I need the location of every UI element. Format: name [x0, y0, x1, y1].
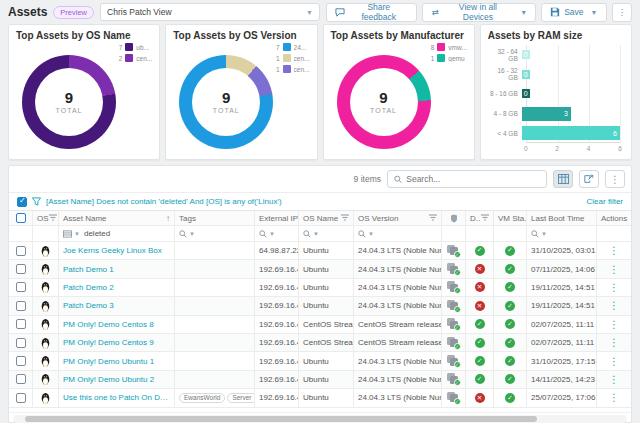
row-actions-menu[interactable]: ⋮: [609, 356, 619, 367]
donut-center-total: 9TOTAL: [337, 55, 431, 149]
bar[interactable]: 3: [522, 107, 571, 121]
table-row[interactable]: Joe Kerns Geeky Linux Box 64.98.87.22 Ub…: [9, 242, 631, 260]
search-input[interactable]: [406, 174, 540, 184]
col-agent-shield[interactable]: [442, 211, 466, 226]
bar[interactable]: 0: [522, 50, 530, 59]
scrollbar-thumb[interactable]: [25, 416, 537, 422]
save-button[interactable]: Save ▼: [541, 3, 606, 22]
col-external-ip[interactable]: External IP: [255, 211, 299, 226]
row-actions-menu[interactable]: ⋮: [609, 337, 619, 348]
legend-item[interactable]: 1cen...: [272, 65, 310, 73]
asset-name-link[interactable]: Patch Demo 2: [63, 283, 114, 292]
external-ip-cell: 64.98.87.22: [255, 242, 299, 260]
save-floppy-icon: [550, 7, 560, 17]
asset-name-link[interactable]: Patch Demo 3: [63, 301, 114, 310]
row-checkbox[interactable]: [16, 374, 26, 384]
asset-name-link[interactable]: PM Only! Demo Centos 8: [63, 320, 154, 329]
header-more-menu-button[interactable]: ⋮: [612, 3, 633, 22]
last-boot-cell: 31/10/2025, 17:15: [527, 352, 597, 370]
clear-filter-link[interactable]: Clear filter: [587, 197, 623, 206]
last-boot-cell: 02/07/2025, 11:11: [527, 334, 597, 352]
legend-item[interactable]: 2cen...: [114, 54, 152, 62]
bar[interactable]: 0: [522, 70, 530, 79]
asset-name-link[interactable]: Use this one to Patch On Demand: [63, 393, 170, 402]
col-tags[interactable]: Tags: [175, 211, 255, 226]
horizontal-scrollbar[interactable]: [13, 415, 627, 423]
row-actions-menu[interactable]: ⋮: [609, 282, 619, 293]
column-filter-icon[interactable]: [429, 214, 437, 223]
table-row[interactable]: Patch Demo 2 192.69.16.4 Ubuntu 24.04.3 …: [9, 279, 631, 297]
tags-cell: EwansWorldServer: [175, 389, 255, 407]
status-ok-icon: ✓: [505, 356, 515, 366]
asset-name-link[interactable]: Patch Demo 1: [63, 265, 114, 274]
col-asset-name[interactable]: Asset Name: [63, 214, 107, 223]
row-actions-menu[interactable]: ⋮: [609, 392, 619, 403]
row-checkbox[interactable]: [16, 356, 26, 366]
column-filter-icon[interactable]: [49, 214, 57, 223]
legend-item[interactable]: 1cen...: [272, 54, 310, 62]
row-checkbox[interactable]: [16, 264, 26, 274]
view-selector-dropdown[interactable]: Chris Patch View ▼: [100, 3, 320, 21]
row-checkbox[interactable]: [16, 301, 26, 311]
export-button[interactable]: [579, 170, 599, 188]
col-os-name[interactable]: OS Name: [303, 214, 338, 223]
col-vm-status[interactable]: VM Sta..: [494, 211, 527, 226]
row-checkbox[interactable]: [16, 338, 26, 348]
share-feedback-button[interactable]: Share feedback: [326, 3, 418, 22]
legend-item[interactable]: 724...: [272, 43, 310, 51]
col-d-status[interactable]: D..: [470, 214, 480, 223]
filter-funnel-icon: [32, 197, 41, 206]
row-checkbox[interactable]: [16, 246, 26, 256]
table-more-menu-button[interactable]: ⋮: [605, 170, 625, 188]
os-name-cell: CentOS Stream: [299, 316, 354, 334]
sort-ascending-icon[interactable]: ↑: [166, 214, 170, 223]
os-name-filter-cell[interactable]: ▼: [299, 226, 354, 242]
search-box[interactable]: [387, 170, 547, 188]
col-last-boot[interactable]: Last Boot Time: [527, 211, 597, 226]
row-checkbox[interactable]: [16, 393, 26, 403]
asset-name-link[interactable]: PM Only! Demo Ubuntu 2: [63, 375, 154, 384]
col-os[interactable]: OS: [37, 214, 49, 223]
legend-item[interactable]: 1qemu: [426, 54, 466, 62]
view-in-all-devices-button[interactable]: ⇄ View in all Devices ▼: [422, 3, 536, 22]
legend-item[interactable]: 8vmw...: [426, 43, 466, 51]
asset-name-link[interactable]: Joe Kerns Geeky Linux Box: [63, 246, 162, 255]
col-os-version[interactable]: OS Version: [358, 214, 398, 223]
filter-expression[interactable]: [Asset Name] Does not contain 'deleted' …: [46, 197, 282, 206]
tags-filter-cell[interactable]: ▼: [175, 226, 255, 242]
bar[interactable]: 6: [522, 126, 620, 140]
last-boot-cell: 31/10/2025, 03:01: [527, 242, 597, 260]
column-filter-icon[interactable]: [481, 214, 489, 223]
table-row[interactable]: Patch Demo 3 192.69.16.4 Ubuntu 24.04.3 …: [9, 297, 631, 315]
row-actions-menu[interactable]: ⋮: [609, 264, 619, 275]
row-actions-menu[interactable]: ⋮: [609, 300, 619, 311]
column-chooser-icon: [558, 174, 569, 184]
asset-name-link[interactable]: PM Only! Demo Ubuntu 1: [63, 357, 154, 366]
table-row[interactable]: PM Only! Demo Ubuntu 1 192.69.16.4 Ubunt…: [9, 352, 631, 370]
status-error-icon: ✕: [475, 282, 485, 292]
asset-name-filter-cell[interactable]: ▼ deleted: [59, 226, 175, 242]
column-chooser-button[interactable]: [553, 170, 573, 188]
table-row[interactable]: Use this one to Patch On Demand EwansWor…: [9, 389, 631, 407]
table-row[interactable]: PM Only! Demo Centos 9 192.69.16.4 CentO…: [9, 334, 631, 352]
table-row[interactable]: PM Only! Demo Centos 8 192.69.16.4 CentO…: [9, 316, 631, 334]
external-ip-filter-cell[interactable]: ▼: [255, 226, 299, 242]
filter-enabled-checkbox[interactable]: [17, 197, 27, 207]
row-checkbox[interactable]: [16, 282, 26, 292]
table-row[interactable]: Patch Demo 1 192.69.16.4 Ubuntu 24.04.3 …: [9, 260, 631, 278]
os-version-cell: 24.04.3 LTS (Noble Numbat): [354, 279, 442, 297]
select-all-checkbox[interactable]: [16, 213, 26, 223]
asset-name-filter-value[interactable]: deleted: [84, 229, 110, 238]
agent-status-icon: ✓: [447, 373, 460, 385]
bar[interactable]: 0: [522, 89, 530, 98]
legend-item[interactable]: 7ub...: [114, 43, 152, 51]
row-checkbox[interactable]: [16, 319, 26, 329]
asset-name-link[interactable]: PM Only! Demo Centos 9: [63, 338, 154, 347]
last-boot-filter-cell[interactable]: ▼: [527, 226, 597, 242]
column-filter-icon[interactable]: [341, 214, 349, 223]
row-actions-menu[interactable]: ⋮: [609, 245, 619, 256]
row-actions-menu[interactable]: ⋮: [609, 319, 619, 330]
row-actions-menu[interactable]: ⋮: [609, 374, 619, 385]
table-row[interactable]: PM Only! Demo Ubuntu 2 192.69.16.4 Ubunt…: [9, 371, 631, 389]
os-version-filter-cell[interactable]: ▼: [354, 226, 442, 242]
